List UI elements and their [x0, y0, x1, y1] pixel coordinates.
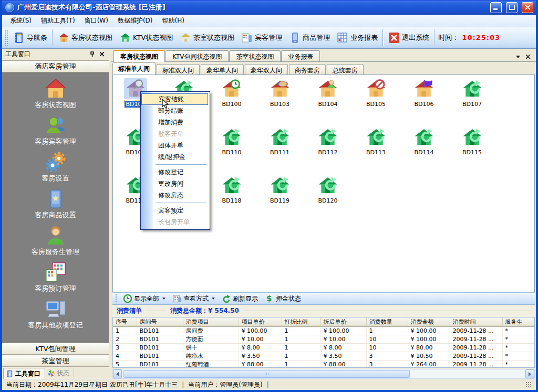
- status-bar: 当前日期：2009年11月29日星期日 农历己丑[牛]年十月十三 | 当前用户：…: [2, 379, 536, 390]
- table-column-header[interactable]: 服务生: [502, 317, 534, 327]
- table-row[interactable]: 1BD101房间费¥ 100.001¥ 100.001¥ 100.002009-…: [113, 327, 534, 335]
- document-tab[interactable]: 茶室状态视图: [229, 50, 281, 61]
- context-menu-item[interactable]: 修改登记: [141, 166, 209, 178]
- toolbar-button[interactable]: 客房状态视图: [54, 30, 116, 46]
- room-item[interactable]: BD119: [260, 175, 301, 204]
- room-item[interactable]: BD103: [260, 78, 301, 108]
- menu-item[interactable]: 系统(S): [5, 15, 36, 27]
- actionbar-grip[interactable]: [115, 294, 118, 303]
- sidebar-item[interactable]: 客房设置: [42, 151, 69, 183]
- table-horizontal-scrollbar[interactable]: [112, 369, 535, 379]
- context-menu-item[interactable]: 更改房间: [141, 178, 209, 189]
- room-item[interactable]: BD115: [452, 126, 493, 156]
- scroll-right-button[interactable]: [525, 369, 534, 378]
- room-item[interactable]: BD104: [307, 78, 348, 108]
- maximize-button[interactable]: [506, 2, 518, 13]
- room-type-tab[interactable]: 豪华单人间: [201, 64, 244, 75]
- toolbar-button[interactable]: 导航条: [9, 30, 50, 46]
- toolbar-button[interactable]: 退出系统: [385, 30, 432, 46]
- room-type-tab[interactable]: 豪华双人间: [245, 64, 288, 75]
- room-item[interactable]: BD112: [307, 126, 348, 156]
- room-item[interactable]: BD106: [404, 78, 444, 108]
- sidebar-item[interactable]: 客房状态视图: [35, 78, 76, 110]
- scroll-thumb[interactable]: [123, 370, 410, 378]
- menu-item[interactable]: 窗口(W): [80, 15, 113, 27]
- context-menu-item[interactable]: 修改房态: [141, 189, 209, 201]
- document-tab[interactable]: KTV包间状态视图: [165, 50, 229, 61]
- toolbar-button[interactable]: 宾客管理: [237, 30, 285, 46]
- action-button[interactable]: 刷新显示: [219, 293, 262, 304]
- room-status-canvas[interactable]: 宾客结账部分结账增加消费散客开单团体开单续/退押金修改登记更改房间修改房态宾客预…: [112, 75, 535, 292]
- scroll-left-button[interactable]: [113, 369, 122, 378]
- room-item[interactable]: BD110: [211, 126, 252, 156]
- action-button[interactable]: 显示全部: [120, 293, 169, 304]
- main-panel: 客房状态视图KTV包间状态视图茶室状态视图业务报表 标准单人间标准双人间豪华单人…: [111, 49, 536, 379]
- table-column-header[interactable]: 序号: [113, 317, 137, 327]
- sidebar-panel: 客房状态视图客房宾客管理客房设置客房商品设置客房服务生管理客房预订管理客房其他款…: [2, 72, 109, 343]
- sidebar-bottom-tab[interactable]: 工具窗口: [3, 368, 45, 379]
- sidebar-bottom-tab[interactable]: 状态: [45, 368, 74, 379]
- context-menu-item[interactable]: 团体开单: [141, 140, 209, 151]
- action-button[interactable]: $押金状态: [262, 293, 305, 304]
- context-menu-item[interactable]: 部分结账: [141, 105, 209, 116]
- room-item[interactable]: BD120: [307, 175, 348, 204]
- room-type-tab[interactable]: 总统套房: [327, 64, 364, 75]
- context-menu-item[interactable]: 宾客预定: [141, 205, 209, 216]
- room-item[interactable]: BD105: [356, 78, 397, 108]
- sidebar-item[interactable]: 客房商品设置: [35, 188, 76, 220]
- room-item[interactable]: BD113: [356, 126, 397, 156]
- room-type-tab[interactable]: 标准双人间: [157, 64, 200, 75]
- minimize-button[interactable]: [490, 2, 502, 13]
- sidebar-section-bar[interactable]: 茶室管理: [2, 355, 109, 367]
- sidebar-section-bar[interactable]: KTV包间管理: [2, 343, 109, 355]
- table-column-header[interactable]: 消费时间: [450, 317, 502, 327]
- report-icon: [336, 31, 349, 44]
- sidebar-item[interactable]: 客房预订管理: [35, 261, 76, 293]
- table-column-header[interactable]: 房间号: [137, 317, 183, 327]
- table-column-header[interactable]: 打折比例: [282, 317, 320, 327]
- table-column-header[interactable]: 消费金额: [408, 317, 450, 327]
- table-column-header[interactable]: 项目单价: [239, 317, 282, 327]
- document-tab[interactable]: 业务报表: [281, 50, 320, 61]
- toolbar-button[interactable]: 商品管理: [285, 30, 333, 46]
- room-type-tab[interactable]: 商务套房: [289, 64, 326, 75]
- room-item[interactable]: BD118: [211, 175, 252, 204]
- toolbar-button[interactable]: KTV状态视图: [116, 30, 176, 46]
- close-button[interactable]: [522, 2, 533, 13]
- sidebar-item[interactable]: 客房服务生管理: [32, 225, 79, 257]
- menu-item[interactable]: 辅助工具(T): [36, 15, 80, 27]
- tab-close-icon[interactable]: [526, 55, 531, 59]
- sidebar-section-header[interactable]: 酒店客房管理: [2, 60, 109, 72]
- menu-item[interactable]: 帮助(H): [158, 15, 189, 27]
- resize-grip[interactable]: [525, 382, 532, 388]
- toolbar-button[interactable]: 茶室状态视图: [176, 30, 237, 46]
- table-column-header[interactable]: 折后单价: [320, 317, 366, 327]
- room-item[interactable]: BD114: [404, 126, 444, 156]
- document-tab[interactable]: 客房状态视图: [113, 50, 165, 62]
- tab-dropdown-icon[interactable]: [516, 56, 521, 59]
- room-type-tab[interactable]: 标准单人间: [112, 62, 156, 75]
- application-window: 广州爱启迪技术有限公司-酒店管理系统 [已注册] 系统(S)辅助工具(T)窗口(…: [0, 0, 538, 392]
- menu-item[interactable]: 数据维护(D): [113, 15, 158, 27]
- sidebar-close-icon[interactable]: [98, 51, 106, 58]
- table-row[interactable]: 5BD101红葡萄酒¥ 88.001¥ 88.003¥ 264.002009-1…: [113, 361, 534, 368]
- context-menu-item[interactable]: 宾客结账: [141, 93, 208, 105]
- room-item[interactable]: BD111: [260, 126, 301, 156]
- pin-icon[interactable]: [88, 51, 96, 58]
- action-button[interactable]: 查看方式: [169, 293, 219, 304]
- table-column-header[interactable]: 消费数量: [366, 317, 408, 327]
- room-label: BD120: [317, 197, 338, 204]
- table-column-header[interactable]: 消费项目: [183, 317, 239, 327]
- context-menu-item[interactable]: 续/退押金: [141, 151, 209, 163]
- sidebar-item[interactable]: 客房宾客管理: [35, 114, 76, 146]
- room-item[interactable]: BD100: [211, 78, 252, 108]
- toolbar-grip[interactable]: [5, 30, 8, 46]
- toolbar-button[interactable]: 业务报表: [333, 30, 381, 46]
- table-row[interactable]: 3BD101饼干¥ 8.001¥ 8.0010¥ 80.002009-11-28…: [113, 344, 534, 352]
- sidebar-item[interactable]: 客房其他款项登记: [28, 298, 83, 330]
- consume-table-body: 1BD101房间费¥ 100.001¥ 100.001¥ 100.002009-…: [113, 327, 534, 368]
- context-menu-item[interactable]: 增加消费: [141, 116, 209, 128]
- table-row[interactable]: 4BD101纯净水¥ 3.501¥ 3.503¥ 10.502009-11-28…: [113, 352, 534, 361]
- table-row[interactable]: 2BD101方便面¥ 10.001¥ 10.0010¥ 100.002009-1…: [113, 335, 534, 344]
- room-item[interactable]: BD107: [452, 78, 493, 108]
